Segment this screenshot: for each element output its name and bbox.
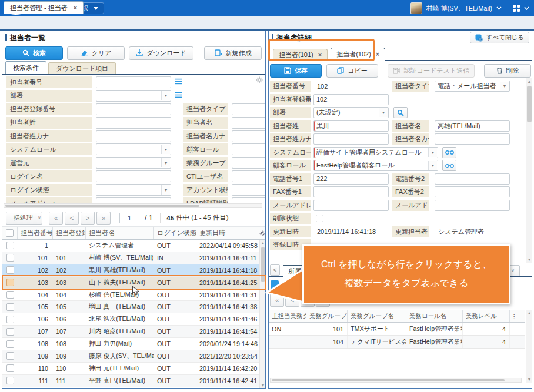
chevron-down-icon[interactable]: ▾ <box>428 148 437 157</box>
system-role-select[interactable]: 評価サイト管理者用システムロール▾ <box>313 147 438 158</box>
row-checkbox[interactable] <box>6 328 14 336</box>
field-input[interactable]: ▾ <box>96 130 171 142</box>
row-checkbox[interactable] <box>6 266 14 274</box>
field-input[interactable]: ▾ <box>96 90 171 102</box>
delete-state-checkbox[interactable] <box>316 215 323 222</box>
chevron-down-icon[interactable]: ▾ <box>379 108 388 117</box>
tab-search-conditions[interactable]: 検索条件 <box>5 61 46 74</box>
chevron-down-icon[interactable]: ▾ <box>428 161 437 170</box>
contact-type-select[interactable]: 電話・メール担当者▾ <box>435 81 510 92</box>
column-header-login[interactable]: ログイン状態 <box>154 227 196 239</box>
row-checkbox[interactable] <box>6 291 14 299</box>
chevron-down-icon[interactable]: ▾ <box>161 185 170 195</box>
table-row[interactable]: ON 101 TMXサポート FastHelp管理者業務ロール 4 <box>269 323 525 336</box>
field-input[interactable]: ▾ <box>96 117 171 129</box>
customer-role-select[interactable]: FastHelp管理者顧客ロール▾ <box>313 160 438 171</box>
field-input[interactable] <box>232 197 265 203</box>
table-row[interactable]: 111 111 平野 克巳(TEL/Mail) OUT 2019/11/14 1… <box>2 375 259 387</box>
field-input[interactable] <box>232 157 265 169</box>
field-input[interactable] <box>232 143 265 155</box>
tel2-input[interactable] <box>435 173 510 185</box>
column-header-name[interactable]: 担当者名 <box>86 227 154 239</box>
fax2-input[interactable] <box>435 186 510 197</box>
horizontal-scrollbar[interactable] <box>270 378 522 383</box>
clear-button[interactable]: クリア <box>67 46 125 60</box>
gear-icon[interactable] <box>259 230 265 236</box>
column-header-role-name[interactable]: 業務ロール名 <box>406 310 463 322</box>
column-header-updated[interactable]: 更新日時 <box>196 227 259 239</box>
field-input[interactable]: ▾ <box>96 170 171 182</box>
next-page-button[interactable]: > <box>81 212 95 225</box>
delete-button[interactable]: 削除 <box>484 64 531 78</box>
department-search-button[interactable] <box>393 107 408 118</box>
scroll-up-icon[interactable]: ▲ <box>260 240 266 246</box>
last-page-button[interactable]: » <box>96 212 111 225</box>
scroll-down-icon[interactable]: ▼ <box>526 376 532 383</box>
horizontal-scrollbar[interactable] <box>4 203 262 208</box>
chevron-down-icon[interactable] <box>496 6 502 10</box>
gear-icon[interactable] <box>256 76 263 83</box>
row-checkbox[interactable] <box>6 254 14 262</box>
system-role-view-button[interactable] <box>442 147 456 158</box>
prev-page-button[interactable]: < <box>65 212 79 225</box>
field-input[interactable]: ▾ <box>96 143 171 155</box>
scroll-down-icon[interactable]: ▼ <box>260 382 266 388</box>
department-select[interactable]: (未設定)▾ <box>313 107 389 118</box>
close-icon[interactable]: × <box>318 52 322 58</box>
firstname-input[interactable]: 高雄(TEL/Mail) <box>435 120 510 132</box>
column-header-reg[interactable]: 担当者登録番号 <box>53 227 86 239</box>
table-row[interactable]: 110 110 神田 元(TEL/Mail) OUT 2019/11/14 16… <box>2 363 259 375</box>
column-header-main-group[interactable]: 主担当業務グループ <box>269 310 306 322</box>
tel1-input[interactable]: 222 <box>313 173 389 185</box>
list-icon[interactable] <box>175 78 182 86</box>
chevron-down-icon[interactable]: ▾ <box>161 145 170 154</box>
row-checkbox[interactable] <box>6 279 14 286</box>
lastname-input[interactable]: 黒川 <box>313 120 389 132</box>
field-input[interactable]: ▾ <box>96 184 171 196</box>
scroll-down-icon[interactable]: ▼ <box>526 256 532 263</box>
reg-no-input[interactable]: 102 <box>313 94 389 105</box>
page-number-input[interactable]: 1 <box>119 213 139 223</box>
field-input[interactable]: ▾ <box>96 197 171 203</box>
row-checkbox[interactable] <box>6 340 14 348</box>
window-tab[interactable]: 担当者管理 - 担当者 × <box>4 1 84 14</box>
table-row[interactable]: 1 システム管理者 OUT 2022/04/14 09:45:58 <box>2 240 259 252</box>
vertical-scrollbar[interactable]: ▲ ▼ <box>526 310 532 383</box>
table-row[interactable]: 101 101 村崎 博(SV、TEL/Mail) IN 2019/11/14 … <box>2 252 259 264</box>
apps-grid-icon[interactable] <box>513 5 520 12</box>
column-header-group-no[interactable]: 業務グループ番号 <box>306 310 348 322</box>
chevron-down-icon[interactable] <box>524 6 529 10</box>
row-checkbox[interactable] <box>6 352 14 360</box>
table-row[interactable]: 106 106 北尾 浩次(TEL/Mail) OUT 2019/11/14 1… <box>2 313 259 326</box>
fax1-input[interactable] <box>313 186 389 197</box>
field-input[interactable] <box>232 130 265 142</box>
download-button[interactable]: ダウンロード <box>129 46 193 60</box>
column-header-no[interactable]: 担当者番号▲ <box>18 227 53 239</box>
column-header-group-name[interactable]: 業務グループ名 <box>348 310 406 322</box>
user-name[interactable]: 村崎 博(SV、TEL/Mail) <box>426 4 492 13</box>
field-input[interactable] <box>232 117 265 129</box>
search-button[interactable]: 検索 <box>5 46 63 60</box>
copy-button[interactable]: コピー <box>326 64 378 78</box>
table-row[interactable]: 104 104 杉崎 信(TEL/Mail) OUT 2019/11/14 16… <box>2 289 259 301</box>
table-row[interactable]: 104 テクマITサービス会社 FastHelp管理者業務ロール 4 <box>269 336 525 349</box>
tab-contact-102[interactable]: 担当者(102)× <box>331 48 385 61</box>
create-new-button[interactable]: 新規作成 <box>204 46 262 60</box>
chevron-down-icon[interactable]: ▾ <box>161 158 170 167</box>
table-row[interactable]: 107 107 川内 昭彦(TEL/Mail) OUT 2019/11/14 1… <box>2 326 259 338</box>
chevron-down-icon[interactable]: ▾ <box>161 91 170 100</box>
select-all-checkbox[interactable] <box>6 229 14 237</box>
list-icon[interactable] <box>175 92 182 100</box>
column-header-level[interactable]: 業務レベル <box>463 310 510 322</box>
close-icon[interactable]: × <box>74 5 77 11</box>
field-input[interactable] <box>232 170 265 182</box>
field-input[interactable]: ▾ <box>96 103 171 115</box>
row-checkbox[interactable] <box>6 364 14 372</box>
save-button[interactable]: 保存 <box>270 64 322 78</box>
user-avatar[interactable] <box>410 2 422 14</box>
field-input[interactable]: ▾ <box>96 76 171 88</box>
bulk-action-button[interactable]: 一括処理∨ <box>6 212 42 225</box>
mail1-input[interactable] <box>313 200 389 211</box>
vertical-scrollbar[interactable]: ▲ ▼ <box>526 78 532 263</box>
column-menu-icon[interactable]: ⋮ <box>510 310 518 322</box>
